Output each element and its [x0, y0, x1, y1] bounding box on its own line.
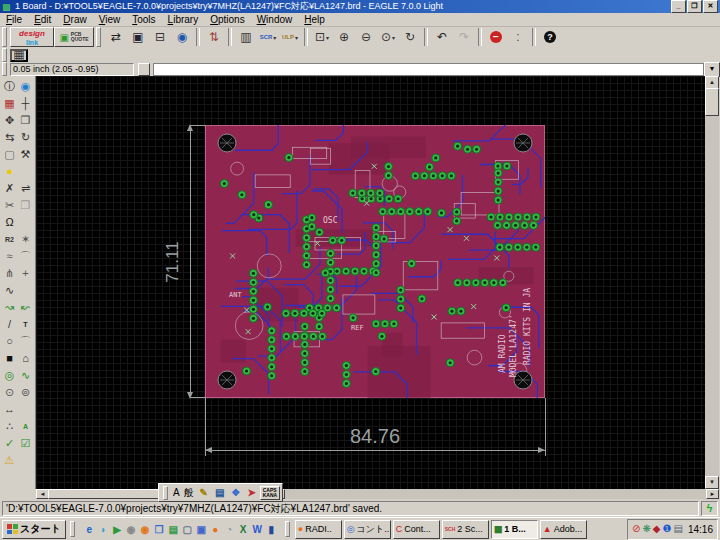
- cam-processor-button[interactable]: ◉: [171, 27, 193, 47]
- tool-bend[interactable]: +: [18, 265, 34, 281]
- menu-draw[interactable]: Draw: [57, 14, 92, 25]
- ime-hand-icon[interactable]: ➤: [246, 486, 258, 500]
- menu-tools[interactable]: Tools: [126, 14, 161, 25]
- taskbar-window-radio[interactable]: ●RADI..: [295, 520, 342, 539]
- tool-wire[interactable]: ∿: [2, 282, 18, 298]
- run-script-button[interactable]: SCR: [257, 27, 279, 47]
- taskbar-window-adobe[interactable]: ▲Adob...: [540, 520, 587, 539]
- vertical-scroll-thumb[interactable]: [705, 88, 719, 116]
- taskbar-window-control[interactable]: CCont...: [393, 520, 440, 539]
- quicklaunch-player-icon[interactable]: ◉: [139, 522, 152, 536]
- redo-button[interactable]: ↷: [453, 27, 475, 47]
- quicklaunch-book-icon[interactable]: ▮: [265, 522, 278, 536]
- tray-swirl-icon[interactable]: ❋: [642, 524, 650, 534]
- quicklaunch-desktop-icon[interactable]: ❒: [153, 522, 166, 536]
- run-ulp-button[interactable]: ULP: [279, 27, 301, 47]
- tray-message-icon[interactable]: ❶: [663, 524, 672, 534]
- taskbar-window-board[interactable]: ▩1 B...: [491, 520, 538, 539]
- scroll-down-button[interactable]: ▼: [705, 476, 719, 489]
- tool-rotate[interactable]: ↻: [18, 129, 34, 145]
- tool-cut[interactable]: ✂: [2, 197, 18, 213]
- toolbar-grip[interactable]: [2, 27, 7, 47]
- tool-change[interactable]: ⚒: [18, 146, 34, 162]
- tool-circle[interactable]: ○: [2, 333, 18, 349]
- quicklaunch-excel-icon[interactable]: X: [237, 522, 250, 536]
- switch-editor-button[interactable]: ⇄: [105, 27, 127, 47]
- save-button[interactable]: ▣: [127, 27, 149, 47]
- toolbar-grip[interactable]: [2, 48, 7, 61]
- minimize-button[interactable]: _: [671, 0, 686, 13]
- tool-auto[interactable]: A: [18, 418, 34, 434]
- taskbar-grip[interactable]: [70, 521, 75, 537]
- tool-smash[interactable]: ✶: [18, 231, 34, 247]
- board-canvas[interactable]: OSCANTREFAM RADIOMODEL'LA1247'RADIO KITS…: [36, 76, 705, 489]
- tray-block-icon[interactable]: ⊘: [632, 524, 640, 534]
- tool-copy[interactable]: ❐: [18, 112, 34, 128]
- menu-view[interactable]: View: [93, 14, 127, 25]
- tray-shield-icon[interactable]: ◆: [653, 524, 661, 534]
- tool-dimension[interactable]: ↔: [2, 401, 18, 417]
- taskbar-window-controlpanel[interactable]: ◎コント..: [344, 520, 391, 539]
- ime-grip[interactable]: [163, 486, 168, 500]
- tool-delete[interactable]: ✗: [2, 180, 18, 196]
- quicklaunch-media-icon[interactable]: ▶: [111, 522, 124, 536]
- go-button[interactable]: :: [507, 27, 529, 47]
- pcb-quote-button[interactable]: ▣ PCBQUOTE: [54, 27, 94, 47]
- taskbar-grip[interactable]: [285, 521, 290, 537]
- tool-route[interactable]: ↝: [2, 299, 18, 315]
- tool-text[interactable]: T: [18, 316, 34, 332]
- toolbar-grip[interactable]: [96, 27, 101, 47]
- ime-caps-kana-button[interactable]: CAPSKANA: [260, 486, 280, 500]
- command-input[interactable]: [153, 63, 704, 76]
- tool-split[interactable]: ⋔: [2, 265, 18, 281]
- vertical-scrollbar[interactable]: ▲ ▼: [705, 76, 719, 489]
- tool-via[interactable]: ◎: [2, 367, 18, 383]
- quicklaunch-messenger-icon[interactable]: ◗: [97, 522, 110, 536]
- tool-mirror[interactable]: ⇆: [2, 129, 18, 145]
- tool-drc[interactable]: ✓: [2, 435, 18, 451]
- tool-move[interactable]: ✥: [2, 112, 18, 128]
- tool-hole[interactable]: ⊙: [2, 384, 18, 400]
- tool-mark[interactable]: ┼: [18, 95, 34, 111]
- layer-settings-button[interactable]: ▥: [235, 27, 257, 47]
- quicklaunch-firefox-icon[interactable]: ●: [209, 522, 222, 536]
- tool-paste[interactable]: ❒: [18, 197, 34, 213]
- zoom-out-button[interactable]: ⊖: [355, 27, 377, 47]
- tool-info[interactable]: ⓘ: [2, 78, 18, 94]
- taskbar-window-schematic[interactable]: SCH2 Sc...: [442, 520, 489, 539]
- tool-group[interactable]: ▢: [2, 146, 18, 162]
- tool-lock[interactable]: Ω: [2, 214, 18, 230]
- horizontal-scrollbar[interactable]: ◄ ►: [36, 489, 719, 499]
- ime-conversion-mode-button[interactable]: 般: [184, 486, 194, 500]
- help-button[interactable]: ?: [539, 27, 561, 47]
- quicklaunch-viewer-icon[interactable]: ◉: [125, 522, 138, 536]
- undo-button[interactable]: ↶: [431, 27, 453, 47]
- tool-name[interactable]: ●: [2, 163, 18, 179]
- quicklaunch-ie-icon[interactable]: e: [83, 522, 96, 536]
- ime-dictionary-icon[interactable]: ▤: [214, 486, 226, 500]
- tool-pad[interactable]: ⊚: [18, 384, 34, 400]
- tray-display-icon[interactable]: ▤: [674, 524, 683, 534]
- tool-display[interactable]: ▦: [2, 95, 18, 111]
- menu-library[interactable]: Library: [162, 14, 205, 25]
- tool-line[interactable]: /: [2, 316, 18, 332]
- tool-warning[interactable]: ⚠: [2, 452, 18, 468]
- tool-rect[interactable]: ■: [2, 350, 18, 366]
- quicklaunch-computer-icon[interactable]: ▢: [181, 522, 194, 536]
- quicklaunch-word-icon[interactable]: W: [251, 522, 264, 536]
- stop-button[interactable]: −: [485, 27, 507, 47]
- ime-pen-icon[interactable]: ✎: [198, 486, 210, 500]
- start-button[interactable]: スタート: [2, 520, 66, 539]
- zoom-select-button[interactable]: ⊙: [377, 27, 399, 47]
- quicklaunch-network-icon[interactable]: ▣: [195, 522, 208, 536]
- tool-errors[interactable]: ☑: [18, 435, 34, 451]
- tool-ratsnest[interactable]: ∴: [2, 418, 18, 434]
- coordinate-menu-button[interactable]: [138, 63, 150, 76]
- swap-layers-button[interactable]: ⇅: [203, 27, 225, 47]
- tool-optimize[interactable]: ≈: [2, 248, 18, 264]
- print-button[interactable]: ⊟: [149, 27, 171, 47]
- quicklaunch-swirl-icon[interactable]: ◔: [223, 522, 236, 536]
- menu-options[interactable]: Options: [204, 14, 250, 25]
- tool-replace[interactable]: R2: [2, 231, 18, 247]
- quicklaunch-folder-icon[interactable]: ▤: [167, 522, 180, 536]
